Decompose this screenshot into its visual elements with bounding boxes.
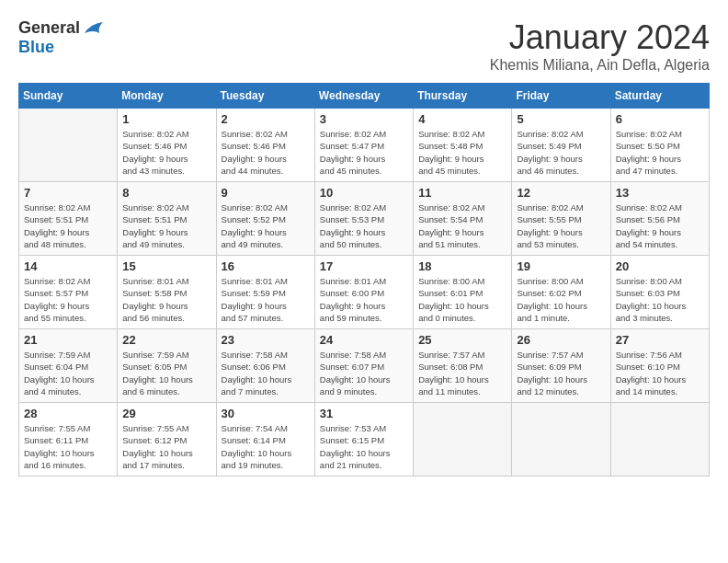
day-number: 28	[24, 407, 112, 420]
day-number: 9	[222, 186, 310, 200]
day-number: 30	[222, 407, 310, 420]
day-info: Sunrise: 8:02 AMSunset: 5:46 PMDaylight:…	[222, 128, 310, 177]
calendar-day-cell: 28Sunrise: 7:55 AMSunset: 6:11 PMDayligh…	[19, 403, 118, 477]
calendar-day-cell: 6Sunrise: 8:02 AMSunset: 5:50 PMDaylight…	[610, 109, 709, 182]
logo-general: General	[18, 18, 80, 38]
calendar-day-cell: 17Sunrise: 8:01 AMSunset: 6:00 PMDayligh…	[314, 256, 413, 329]
day-number: 21	[24, 333, 112, 347]
day-number: 20	[616, 259, 704, 273]
day-info: Sunrise: 7:57 AMSunset: 6:09 PMDaylight:…	[517, 349, 605, 397]
day-number: 17	[320, 259, 408, 273]
day-number: 10	[320, 186, 408, 200]
day-number: 2	[222, 112, 310, 126]
day-number: 23	[222, 333, 310, 347]
day-info: Sunrise: 7:58 AMSunset: 6:07 PMDaylight:…	[320, 349, 408, 397]
day-info: Sunrise: 8:02 AMSunset: 5:57 PMDaylight:…	[24, 275, 112, 324]
calendar-body: 1Sunrise: 8:02 AMSunset: 5:46 PMDaylight…	[19, 109, 710, 477]
weekday-header: Wednesday	[314, 84, 413, 109]
month-title: January 2024	[490, 18, 710, 57]
day-number: 5	[517, 112, 605, 126]
location: Khemis Miliana, Ain Defla, Algeria	[490, 57, 710, 74]
calendar-day-cell: 25Sunrise: 7:57 AMSunset: 6:08 PMDayligh…	[414, 329, 512, 403]
weekday-header: Tuesday	[216, 84, 314, 109]
calendar-day-cell: 15Sunrise: 8:01 AMSunset: 5:58 PMDayligh…	[118, 256, 216, 329]
day-number: 27	[616, 333, 704, 347]
day-number: 19	[517, 259, 605, 273]
calendar-day-cell: 5Sunrise: 8:02 AMSunset: 5:49 PMDaylight…	[512, 109, 610, 182]
calendar-day-cell: 16Sunrise: 8:01 AMSunset: 5:59 PMDayligh…	[216, 256, 314, 329]
calendar-day-cell: 31Sunrise: 7:53 AMSunset: 6:15 PMDayligh…	[314, 403, 413, 477]
calendar-day-cell: 12Sunrise: 8:02 AMSunset: 5:55 PMDayligh…	[512, 182, 610, 256]
day-info: Sunrise: 8:02 AMSunset: 5:55 PMDaylight:…	[517, 201, 605, 250]
day-info: Sunrise: 8:02 AMSunset: 5:47 PMDaylight:…	[320, 128, 408, 177]
day-info: Sunrise: 7:56 AMSunset: 6:10 PMDaylight:…	[616, 349, 704, 397]
logo-blue: Blue	[18, 38, 54, 57]
day-number: 31	[320, 407, 408, 420]
day-info: Sunrise: 7:58 AMSunset: 6:06 PMDaylight:…	[222, 349, 310, 397]
calendar-week-row: 21Sunrise: 7:59 AMSunset: 6:04 PMDayligh…	[19, 329, 710, 403]
day-number: 7	[24, 186, 112, 200]
day-number: 25	[418, 333, 506, 347]
day-info: Sunrise: 8:02 AMSunset: 5:51 PMDaylight:…	[24, 201, 112, 250]
day-info: Sunrise: 7:55 AMSunset: 6:12 PMDaylight:…	[122, 422, 210, 471]
calendar-day-cell: 14Sunrise: 8:02 AMSunset: 5:57 PMDayligh…	[19, 256, 118, 329]
day-number: 26	[517, 333, 605, 347]
calendar-day-cell: 11Sunrise: 8:02 AMSunset: 5:54 PMDayligh…	[414, 182, 512, 256]
calendar-day-cell: 1Sunrise: 8:02 AMSunset: 5:46 PMDaylight…	[118, 109, 216, 182]
calendar-day-cell: 22Sunrise: 7:59 AMSunset: 6:05 PMDayligh…	[118, 329, 216, 403]
day-info: Sunrise: 8:00 AMSunset: 6:01 PMDaylight:…	[418, 275, 506, 324]
day-info: Sunrise: 8:01 AMSunset: 5:58 PMDaylight:…	[122, 275, 210, 324]
logo-bird-icon	[83, 20, 103, 37]
day-info: Sunrise: 7:53 AMSunset: 6:15 PMDaylight:…	[320, 422, 408, 471]
day-number: 6	[616, 112, 704, 126]
day-info: Sunrise: 8:02 AMSunset: 5:46 PMDaylight:…	[122, 128, 210, 177]
calendar-table: SundayMondayTuesdayWednesdayThursdayFrid…	[18, 83, 710, 477]
day-info: Sunrise: 8:02 AMSunset: 5:49 PMDaylight:…	[517, 128, 605, 177]
calendar-day-cell: 9Sunrise: 8:02 AMSunset: 5:52 PMDaylight…	[216, 182, 314, 256]
day-info: Sunrise: 7:54 AMSunset: 6:14 PMDaylight:…	[222, 422, 310, 471]
weekday-header: Saturday	[610, 84, 709, 109]
calendar-day-cell: 7Sunrise: 8:02 AMSunset: 5:51 PMDaylight…	[19, 182, 118, 256]
day-info: Sunrise: 8:01 AMSunset: 5:59 PMDaylight:…	[222, 275, 310, 324]
calendar-day-cell: 20Sunrise: 8:00 AMSunset: 6:03 PMDayligh…	[610, 256, 709, 329]
calendar-day-cell: 27Sunrise: 7:56 AMSunset: 6:10 PMDayligh…	[610, 329, 709, 403]
day-info: Sunrise: 8:01 AMSunset: 6:00 PMDaylight:…	[320, 275, 408, 324]
calendar-day-cell: 24Sunrise: 7:58 AMSunset: 6:07 PMDayligh…	[314, 329, 413, 403]
calendar-day-cell: 8Sunrise: 8:02 AMSunset: 5:51 PMDaylight…	[118, 182, 216, 256]
title-block: January 2024 Khemis Miliana, Ain Defla, …	[490, 18, 710, 74]
day-number: 4	[418, 112, 506, 126]
day-number: 15	[122, 259, 210, 273]
day-number: 12	[517, 186, 605, 200]
day-number: 1	[122, 112, 210, 126]
calendar-day-cell	[610, 403, 709, 477]
calendar-day-cell: 19Sunrise: 8:00 AMSunset: 6:02 PMDayligh…	[512, 256, 610, 329]
day-number: 29	[122, 407, 210, 420]
day-info: Sunrise: 8:02 AMSunset: 5:48 PMDaylight:…	[418, 128, 506, 177]
calendar-day-cell: 18Sunrise: 8:00 AMSunset: 6:01 PMDayligh…	[414, 256, 512, 329]
page-header: General Blue January 2024 Khemis Miliana…	[18, 18, 710, 74]
calendar-day-cell: 21Sunrise: 7:59 AMSunset: 6:04 PMDayligh…	[19, 329, 118, 403]
day-info: Sunrise: 8:02 AMSunset: 5:52 PMDaylight:…	[222, 201, 310, 250]
calendar-day-cell	[512, 403, 610, 477]
calendar-day-cell: 26Sunrise: 7:57 AMSunset: 6:09 PMDayligh…	[512, 329, 610, 403]
day-info: Sunrise: 8:02 AMSunset: 5:56 PMDaylight:…	[616, 201, 704, 250]
calendar-week-row: 28Sunrise: 7:55 AMSunset: 6:11 PMDayligh…	[19, 403, 710, 477]
day-number: 24	[320, 333, 408, 347]
weekday-header-row: SundayMondayTuesdayWednesdayThursdayFrid…	[19, 84, 710, 109]
day-number: 18	[418, 259, 506, 273]
calendar-day-cell	[19, 109, 118, 182]
day-number: 8	[122, 186, 210, 200]
day-info: Sunrise: 7:57 AMSunset: 6:08 PMDaylight:…	[418, 349, 506, 397]
day-info: Sunrise: 8:00 AMSunset: 6:02 PMDaylight:…	[517, 275, 605, 324]
calendar-day-cell: 4Sunrise: 8:02 AMSunset: 5:48 PMDaylight…	[414, 109, 512, 182]
calendar-day-cell: 3Sunrise: 8:02 AMSunset: 5:47 PMDaylight…	[314, 109, 413, 182]
calendar-week-row: 7Sunrise: 8:02 AMSunset: 5:51 PMDaylight…	[19, 182, 710, 256]
day-info: Sunrise: 8:00 AMSunset: 6:03 PMDaylight:…	[616, 275, 704, 324]
calendar-day-cell	[414, 403, 512, 477]
day-number: 3	[320, 112, 408, 126]
day-info: Sunrise: 8:02 AMSunset: 5:51 PMDaylight:…	[122, 201, 210, 250]
day-info: Sunrise: 7:55 AMSunset: 6:11 PMDaylight:…	[24, 422, 112, 471]
calendar-day-cell: 13Sunrise: 8:02 AMSunset: 5:56 PMDayligh…	[610, 182, 709, 256]
calendar-week-row: 14Sunrise: 8:02 AMSunset: 5:57 PMDayligh…	[19, 256, 710, 329]
calendar-day-cell: 2Sunrise: 8:02 AMSunset: 5:46 PMDaylight…	[216, 109, 314, 182]
